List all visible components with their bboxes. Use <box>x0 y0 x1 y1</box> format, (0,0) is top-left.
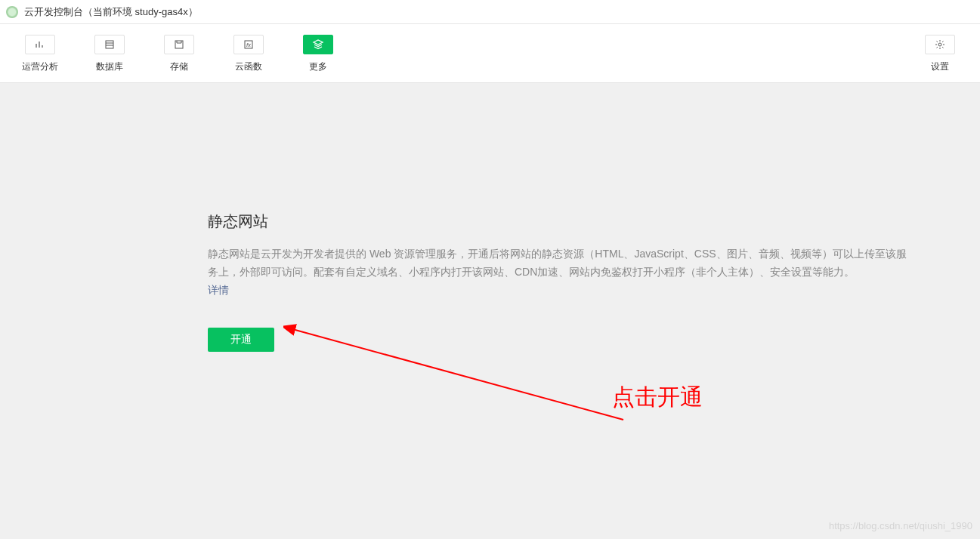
svg-point-9 <box>938 43 941 46</box>
watermark: https://blog.csdn.net/qiushi_1990 <box>829 520 972 531</box>
analytics-icon <box>25 35 55 54</box>
toolbar-label: 更多 <box>309 60 327 73</box>
toolbar-item-analytics[interactable]: 运营分析 <box>18 35 62 73</box>
svg-rect-3 <box>106 41 113 48</box>
toolbar-label: 云函数 <box>235 60 262 73</box>
detail-link[interactable]: 详情 <box>208 284 229 297</box>
enable-button[interactable]: 开通 <box>208 328 274 352</box>
svg-text:fx: fx <box>246 42 252 48</box>
action-row: 开通 <box>208 328 910 352</box>
toolbar: 运营分析 数据库 存储 fx 云函数 <box>0 24 980 83</box>
toolbar-label: 存储 <box>170 60 188 73</box>
storage-icon <box>164 35 194 54</box>
description-text: 静态网站是云开发为开发者提供的 Web 资源管理服务，开通后将网站的静态资源（H… <box>208 245 910 282</box>
database-icon <box>94 35 125 54</box>
window-title-bar: 云开发控制台（当前环境 study-gas4x） <box>0 0 980 24</box>
toolbar-item-storage[interactable]: 存储 <box>157 35 201 73</box>
main-content: 静态网站 静态网站是云开发为开发者提供的 Web 资源管理服务，开通后将网站的静… <box>0 83 980 352</box>
toolbar-item-database[interactable]: 数据库 <box>88 35 131 73</box>
annotation-text: 点击开通 <box>612 382 703 413</box>
gear-icon <box>925 35 955 54</box>
function-icon: fx <box>233 35 264 54</box>
toolbar-left: 运营分析 数据库 存储 fx 云函数 <box>18 35 340 73</box>
toolbar-label: 设置 <box>931 60 949 73</box>
toolbar-item-function[interactable]: fx 云函数 <box>227 35 271 73</box>
content-inner: 静态网站 静态网站是云开发为开发者提供的 Web 资源管理服务，开通后将网站的静… <box>208 211 910 352</box>
page-title: 静态网站 <box>208 211 910 232</box>
window-title: 云开发控制台（当前环境 study-gas4x） <box>24 5 198 19</box>
toolbar-label: 运营分析 <box>22 60 58 73</box>
app-icon <box>6 6 18 18</box>
toolbar-item-more[interactable]: 更多 <box>296 35 340 73</box>
more-icon <box>303 35 333 54</box>
toolbar-item-settings[interactable]: 设置 <box>918 35 962 73</box>
toolbar-label: 数据库 <box>96 60 123 73</box>
